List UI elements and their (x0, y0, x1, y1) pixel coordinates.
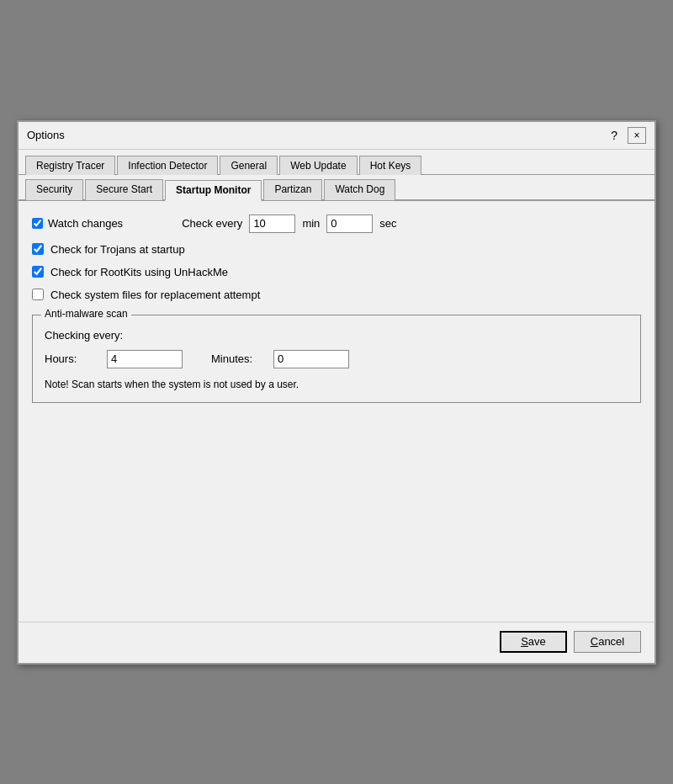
group-box-title: Anti-malware scan (41, 308, 131, 320)
tab-hot-keys[interactable]: Hot Keys (359, 156, 422, 175)
watch-changes-checkbox[interactable] (32, 218, 43, 229)
watch-changes-label: Watch changes (48, 217, 123, 230)
save-button[interactable]: Save (500, 631, 567, 653)
check-trojans-label: Check for Trojans at startup (50, 243, 185, 256)
footer: Save Cancel (19, 622, 654, 663)
min-unit-label: min (302, 217, 320, 230)
hours-label: Hours: (45, 352, 95, 365)
group-content: Checking every: Hours: Minutes: Note! Sc… (45, 329, 628, 390)
options-window: Options ? × Registry Tracer Infection De… (17, 120, 656, 665)
check-every-sec-input[interactable] (326, 215, 373, 233)
check-rootkits-checkbox[interactable] (32, 266, 44, 278)
tab-general[interactable]: General (220, 156, 278, 175)
cancel-label: Cancel (591, 635, 624, 648)
note-text: Note! Scan starts when the system is not… (45, 379, 628, 390)
hours-input[interactable] (107, 350, 183, 368)
check-system-files-label: Check system files for replacement attem… (50, 289, 260, 301)
title-bar: Options ? × (19, 122, 654, 150)
anti-malware-group: Anti-malware scan Checking every: Hours:… (32, 315, 641, 403)
cancel-button[interactable]: Cancel (574, 631, 641, 653)
tab-watch-dog[interactable]: Watch Dog (324, 179, 395, 200)
close-button[interactable]: × (628, 127, 646, 144)
check-trojans-row: Check for Trojans at startup (32, 243, 641, 256)
checking-every-label: Checking every: (45, 329, 628, 342)
check-system-files-row: Check system files for replacement attem… (32, 289, 641, 301)
save-label: Save (521, 635, 546, 648)
watch-changes-row: Watch changes Check every min sec (32, 215, 641, 233)
tabs-row1: Registry Tracer Infection Detector Gener… (19, 150, 654, 175)
check-trojans-checkbox[interactable] (32, 243, 44, 255)
tab-secure-start[interactable]: Secure Start (85, 179, 163, 200)
help-button[interactable]: ? (611, 129, 617, 142)
minutes-input[interactable] (273, 350, 349, 368)
hours-minutes-row: Hours: Minutes: (45, 350, 628, 368)
check-system-files-checkbox[interactable] (32, 289, 44, 300)
check-rootkits-row: Check for RootKits using UnHackMe (32, 266, 641, 278)
content-area: Watch changes Check every min sec Check … (19, 201, 654, 622)
check-every-section: Check every min sec (148, 215, 396, 233)
tabs-row2: Security Secure Start Startup Monitor Pa… (19, 175, 654, 201)
minutes-label: Minutes: (211, 352, 262, 365)
title-bar-controls: ? × (611, 127, 646, 144)
tab-startup-monitor[interactable]: Startup Monitor (165, 180, 262, 201)
tab-registry-tracer[interactable]: Registry Tracer (25, 156, 115, 175)
tab-infection-detector[interactable]: Infection Detector (117, 156, 218, 175)
check-every-min-input[interactable] (249, 215, 295, 233)
check-every-label: Check every (182, 217, 242, 230)
sec-unit-label: sec (379, 217, 396, 230)
tab-partizan[interactable]: Partizan (263, 179, 322, 200)
tab-web-update[interactable]: Web Update (279, 156, 358, 175)
window-title: Options (27, 129, 65, 141)
check-rootkits-label: Check for RootKits using UnHackMe (50, 266, 228, 278)
tab-security[interactable]: Security (25, 179, 83, 200)
